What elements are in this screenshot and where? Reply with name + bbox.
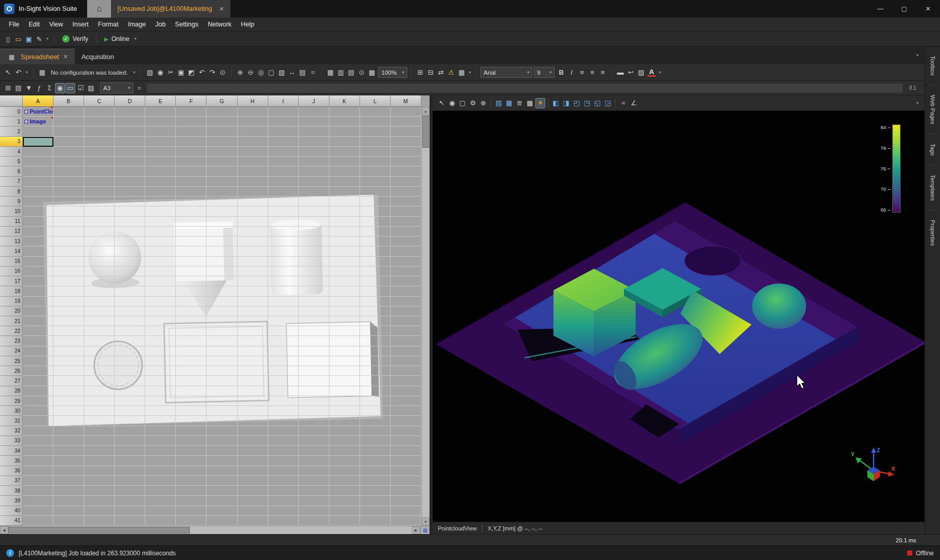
cell-G13[interactable] bbox=[206, 236, 237, 246]
snapshot-icon[interactable]: ◉ bbox=[447, 98, 457, 108]
cell-M24[interactable] bbox=[391, 346, 421, 356]
toggle-grid-icon[interactable]: ▦ bbox=[325, 67, 335, 78]
cell-G16[interactable] bbox=[206, 267, 237, 276]
cell-E29[interactable] bbox=[145, 396, 176, 406]
cell-E11[interactable] bbox=[145, 217, 176, 227]
warning-icon[interactable]: ⚠ bbox=[446, 67, 456, 78]
cell-H28[interactable] bbox=[238, 386, 268, 396]
cell-F1[interactable] bbox=[176, 117, 206, 127]
column-header-i[interactable]: I bbox=[268, 95, 299, 107]
cell-M20[interactable] bbox=[391, 306, 421, 316]
cell-L24[interactable] bbox=[360, 346, 391, 356]
cell-J1[interactable] bbox=[299, 117, 329, 127]
cell-I36[interactable] bbox=[268, 466, 299, 476]
cell-B3[interactable] bbox=[53, 137, 84, 147]
row-header-19[interactable]: 19 bbox=[0, 297, 23, 306]
row-header-30[interactable]: 30 bbox=[0, 406, 23, 416]
cell-J0[interactable] bbox=[299, 107, 329, 117]
cell-H5[interactable] bbox=[238, 157, 268, 166]
cell-C41[interactable] bbox=[84, 516, 115, 526]
cell-C27[interactable] bbox=[84, 376, 115, 386]
cell-J26[interactable] bbox=[299, 366, 329, 376]
cell-A27[interactable] bbox=[23, 376, 53, 386]
cell-K14[interactable] bbox=[329, 246, 360, 256]
cell-A20[interactable] bbox=[23, 306, 53, 316]
cell-H19[interactable] bbox=[238, 297, 268, 306]
row-header-15[interactable]: 15 bbox=[0, 257, 23, 267]
cell-K37[interactable] bbox=[329, 476, 360, 486]
cell-H22[interactable] bbox=[238, 326, 268, 336]
cell-E19[interactable] bbox=[145, 297, 176, 306]
settings-gear-icon[interactable]: ⚙ bbox=[468, 98, 478, 108]
insert-table-icon[interactable]: ⊞ bbox=[3, 83, 13, 93]
job-tab[interactable]: [Unsaved Job]@L4100Marketing ✕ bbox=[111, 0, 230, 18]
cell-A30[interactable] bbox=[23, 406, 53, 416]
cell-F2[interactable] bbox=[176, 127, 206, 136]
row-header-3[interactable]: 3 bbox=[0, 137, 23, 147]
cell-J5[interactable] bbox=[299, 157, 329, 166]
cell-D30[interactable] bbox=[115, 406, 145, 416]
italic-icon[interactable]: I bbox=[566, 67, 576, 78]
zoom-out-icon[interactable]: ⊖ bbox=[245, 67, 255, 78]
cell-B13[interactable] bbox=[53, 236, 84, 246]
cell-G30[interactable] bbox=[206, 406, 237, 416]
cell-J6[interactable] bbox=[299, 166, 329, 176]
merge-cells-icon[interactable]: ▬ bbox=[615, 67, 625, 78]
cell-L12[interactable] bbox=[360, 227, 391, 236]
cell-B32[interactable] bbox=[53, 426, 84, 436]
cell-E0[interactable] bbox=[145, 107, 176, 117]
cell-I39[interactable] bbox=[268, 496, 299, 506]
cell-D9[interactable] bbox=[115, 197, 145, 206]
measure-angle-icon[interactable]: ∠ bbox=[629, 98, 639, 108]
cell-C6[interactable] bbox=[84, 166, 115, 176]
cell-D31[interactable] bbox=[115, 416, 145, 426]
cell-B24[interactable] bbox=[53, 346, 84, 356]
cell-G6[interactable] bbox=[206, 166, 237, 176]
cell-E1[interactable] bbox=[145, 117, 176, 127]
cell-J31[interactable] bbox=[299, 416, 329, 426]
cell-A21[interactable] bbox=[23, 316, 53, 326]
cell-H16[interactable] bbox=[238, 267, 268, 276]
select-pointer-icon[interactable]: ↖ bbox=[437, 98, 447, 108]
cell-D41[interactable] bbox=[115, 516, 145, 526]
cell-B35[interactable] bbox=[53, 456, 84, 466]
cell-D5[interactable] bbox=[115, 157, 145, 166]
cell-D21[interactable] bbox=[115, 316, 145, 326]
cell-M32[interactable] bbox=[391, 426, 421, 436]
cell-D15[interactable] bbox=[115, 257, 145, 267]
row-header-2[interactable]: 2 bbox=[0, 127, 23, 136]
cell-J20[interactable] bbox=[299, 306, 329, 316]
cell-C20[interactable] bbox=[84, 306, 115, 316]
cell-A25[interactable] bbox=[23, 356, 53, 366]
font-color-icon[interactable]: A bbox=[647, 68, 655, 77]
scroll-up-icon[interactable]: ▲ bbox=[422, 107, 430, 115]
cell-K26[interactable] bbox=[329, 366, 360, 376]
cell-A26[interactable] bbox=[23, 366, 53, 376]
cell-M28[interactable] bbox=[391, 386, 421, 396]
cell-C37[interactable] bbox=[84, 476, 115, 486]
cell-K2[interactable] bbox=[329, 127, 360, 136]
cell-J40[interactable] bbox=[299, 506, 329, 516]
fill-color-icon[interactable]: ▨ bbox=[636, 67, 646, 78]
cell-C31[interactable] bbox=[84, 416, 115, 426]
cell-G29[interactable] bbox=[206, 396, 237, 406]
cell-F3[interactable] bbox=[176, 137, 206, 147]
redo-icon[interactable]: ↷ bbox=[207, 67, 217, 78]
cell-K6[interactable] bbox=[329, 166, 360, 176]
side-tab-tags[interactable]: Tags bbox=[930, 139, 936, 160]
new-job-icon[interactable]: ▯ bbox=[3, 34, 13, 44]
tabs-overflow-icon[interactable]: ▾ bbox=[915, 50, 920, 61]
cell-C34[interactable] bbox=[84, 446, 115, 456]
cell-G1[interactable] bbox=[206, 117, 237, 127]
cell-F21[interactable] bbox=[176, 316, 206, 326]
zoom-select[interactable]: 100% ▾ bbox=[378, 67, 407, 78]
insert-function-icon[interactable]: ƒ bbox=[34, 83, 44, 93]
cell-C17[interactable] bbox=[84, 276, 115, 286]
cell-F28[interactable] bbox=[176, 386, 206, 396]
cell-A3[interactable] bbox=[23, 137, 53, 147]
save-job-icon[interactable]: ▣ bbox=[24, 34, 34, 44]
menu-insert[interactable]: Insert bbox=[68, 21, 93, 28]
cell-E35[interactable] bbox=[145, 456, 176, 466]
cell-D36[interactable] bbox=[115, 466, 145, 476]
cell-F32[interactable] bbox=[176, 426, 206, 436]
